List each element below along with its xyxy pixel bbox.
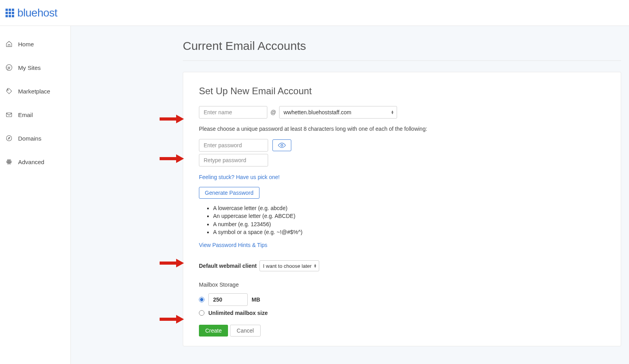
atom-icon xyxy=(6,158,13,165)
generate-password-button[interactable]: Generate Password xyxy=(199,187,259,199)
annotation-arrow xyxy=(160,115,184,125)
password-instruction: Please choose a unique password at least… xyxy=(199,126,605,132)
create-button[interactable]: Create xyxy=(199,325,228,337)
at-symbol: @ xyxy=(270,109,276,115)
grid-icon xyxy=(6,9,14,17)
svg-point-4 xyxy=(9,161,10,163)
page-title: Current Email Accounts xyxy=(183,39,621,61)
storage-unit-label: MB xyxy=(252,296,260,303)
card-title: Set Up New Email Account xyxy=(199,86,605,97)
email-setup-card: Set Up New Email Account @ wwhetten.blue… xyxy=(183,72,621,346)
webmail-client-value: I want to choose later xyxy=(263,263,312,269)
svg-point-8 xyxy=(281,145,283,146)
domain-select[interactable]: wwhetten.bluehoststaff.com ▲▼ xyxy=(279,106,397,119)
password-hints-link[interactable]: View Password Hints & Tips xyxy=(199,242,267,248)
chevron-updown-icon: ▲▼ xyxy=(391,110,394,114)
main-content: Current Email Accounts Set Up New Email … xyxy=(71,26,629,364)
password-rule: A symbol or a space (e.g. ~!@#$%^) xyxy=(213,228,605,236)
password-input[interactable] xyxy=(199,139,268,152)
retype-password-input[interactable] xyxy=(199,154,268,166)
eye-icon xyxy=(278,143,286,148)
wordpress-icon xyxy=(6,64,13,71)
tag-icon xyxy=(6,88,13,95)
show-password-button[interactable] xyxy=(272,139,291,151)
storage-size-input[interactable] xyxy=(208,293,248,306)
annotation-arrow xyxy=(160,315,184,325)
sidebar-item-label: Marketplace xyxy=(18,88,50,95)
sidebar-item-advanced[interactable]: Advanced xyxy=(0,150,70,174)
webmail-client-select[interactable]: I want to choose later ▲▼ xyxy=(259,260,319,271)
home-icon xyxy=(6,40,13,48)
webmail-client-label: Default webmail client xyxy=(199,263,257,269)
sidebar-item-domains[interactable]: Domains xyxy=(0,126,70,150)
chevron-updown-icon: ▲▼ xyxy=(314,264,317,268)
sidebar-item-my-sites[interactable]: My Sites xyxy=(0,56,70,79)
storage-unlimited-radio[interactable] xyxy=(199,310,204,316)
sidebar-item-label: Email xyxy=(18,112,33,118)
unlimited-storage-label: Unlimited mailbox size xyxy=(208,310,268,316)
sidebar-item-home[interactable]: Home xyxy=(0,32,70,56)
brand-name: bluehost xyxy=(17,7,57,19)
svg-rect-2 xyxy=(6,113,12,117)
compass-icon xyxy=(6,135,13,142)
sidebar-item-email[interactable]: Email xyxy=(0,103,70,126)
password-rules-list: A lowercase letter (e.g. abcde) An upper… xyxy=(213,204,605,236)
mailbox-storage-label: Mailbox Storage xyxy=(199,282,605,288)
sidebar-item-label: Domains xyxy=(18,135,41,142)
sidebar-item-label: My Sites xyxy=(18,64,41,71)
svg-point-3 xyxy=(6,135,12,141)
svg-point-1 xyxy=(7,90,8,90)
domain-select-value: wwhetten.bluehoststaff.com xyxy=(283,109,351,115)
mail-icon xyxy=(6,111,13,118)
svg-point-5 xyxy=(6,161,12,163)
sidebar-item-label: Advanced xyxy=(18,159,44,165)
annotation-arrow xyxy=(160,259,184,269)
storage-fixed-radio[interactable] xyxy=(199,297,204,302)
sidebar-item-marketplace[interactable]: Marketplace xyxy=(0,79,70,103)
brand-logo[interactable]: bluehost xyxy=(6,7,57,19)
password-help-link[interactable]: Feeling stuck? Have us pick one! xyxy=(199,174,280,180)
sidebar: Home My Sites Marketplace Email Domains … xyxy=(0,26,71,364)
annotation-arrow xyxy=(160,154,184,165)
password-rule: A lowercase letter (e.g. abcde) xyxy=(213,204,605,212)
password-rule: An uppercase letter (e.g. ABCDE) xyxy=(213,212,605,220)
sidebar-item-label: Home xyxy=(18,41,34,48)
cancel-button[interactable]: Cancel xyxy=(230,325,261,337)
email-name-input[interactable] xyxy=(199,106,267,119)
password-rule: A number (e.g. 123456) xyxy=(213,220,605,228)
header: bluehost xyxy=(0,0,629,26)
